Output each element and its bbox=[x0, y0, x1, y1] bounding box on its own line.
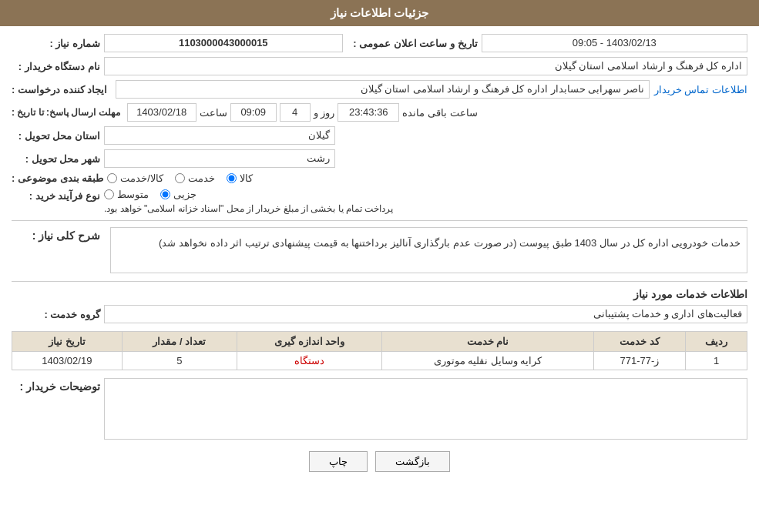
cell-date: 1403/02/19 bbox=[12, 352, 123, 370]
response-days: 4 bbox=[280, 103, 311, 122]
back-button[interactable]: بازگشت bbox=[375, 451, 450, 472]
cell-name: کرایه وسایل نقلیه موتوری bbox=[382, 352, 593, 370]
response-date: 1403/02/18 bbox=[127, 103, 196, 122]
col-header-row: ردیف bbox=[686, 332, 747, 352]
cell-unit: دستگاه bbox=[237, 352, 382, 370]
services-title: اطلاعات خدمات مورد نیاز bbox=[12, 288, 747, 300]
services-table: ردیف کد خدمت نام خدمت واحد اندازه گیری ت… bbox=[12, 331, 747, 370]
button-row: بازگشت چاپ bbox=[12, 451, 747, 483]
buyer-org-label: نام دستگاه خریدار : bbox=[12, 61, 104, 72]
response-remaining: 23:43:36 bbox=[338, 103, 399, 122]
buyer-org-value: اداره کل فرهنگ و ارشاد اسلامی استان گیلا… bbox=[104, 57, 747, 75]
city-label: شهر محل تحویل : bbox=[12, 153, 104, 165]
response-deadline-label: مهلت ارسال پاسخ: تا تاریخ : bbox=[12, 107, 124, 118]
purchase-notice: پرداخت تمام یا بخشی از مبلغ خریدار از مح… bbox=[104, 203, 393, 214]
category-group: کالا/خدمت خدمت کالا bbox=[107, 172, 253, 184]
need-number-label: شماره نیاز : bbox=[12, 38, 104, 49]
buyer-notes-textarea[interactable] bbox=[104, 378, 747, 440]
need-number-value: 1103000043000015 bbox=[104, 34, 343, 52]
category-option-kala[interactable]: کالا bbox=[227, 172, 253, 184]
cell-qty: 5 bbox=[122, 352, 237, 370]
purchase-type-label: نوع فرآیند خرید : bbox=[12, 189, 104, 202]
category-option-kala-khadamat[interactable]: کالا/خدمت bbox=[107, 172, 163, 184]
requester-value: ناصر سهرابی حسابدار اداره کل فرهنگ و ارش… bbox=[116, 80, 650, 99]
page-header: جزئیات اطلاعات نیاز bbox=[0, 0, 759, 26]
province-value: گیلان bbox=[104, 126, 335, 145]
page-title: جزئیات اطلاعات نیاز bbox=[331, 6, 428, 19]
purchase-type-jozii[interactable]: جزیی bbox=[160, 189, 196, 200]
requester-label: ایجاد کننده درخواست : bbox=[12, 84, 111, 95]
general-desc-value: خدمات خودرویی اداره کل در سال 1403 طبق پ… bbox=[110, 227, 747, 273]
response-time: 09:09 bbox=[230, 103, 277, 122]
purchase-type-group: متوسط جزیی bbox=[104, 189, 196, 200]
response-remaining-label: ساعت باقی مانده bbox=[402, 107, 477, 119]
buyer-notes-label: توضیحات خریدار : bbox=[12, 378, 104, 393]
category-option-khadamat[interactable]: خدمت bbox=[175, 172, 215, 184]
print-button[interactable]: چاپ bbox=[309, 451, 368, 472]
response-time-label: ساعت bbox=[200, 107, 227, 119]
announcement-label: تاریخ و ساعت اعلان عمومی : bbox=[351, 38, 482, 49]
col-header-name: نام خدمت bbox=[382, 332, 593, 352]
col-header-code: کد خدمت bbox=[593, 332, 685, 352]
general-desc-label: شرح کلی نیاز : bbox=[12, 227, 104, 242]
response-days-label: روز و bbox=[314, 107, 335, 119]
cell-code: ز-77-771 bbox=[593, 352, 685, 370]
requester-link[interactable]: اطلاعات تماس خریدار bbox=[654, 84, 747, 95]
col-header-date: تاریخ نیاز bbox=[12, 332, 123, 352]
service-group-label: گروه خدمت : bbox=[12, 309, 104, 320]
col-header-unit: واحد اندازه گیری bbox=[237, 332, 382, 352]
category-label: طبقه بندی موضوعی : bbox=[12, 172, 107, 184]
service-group-value: فعالیت‌های اداری و خدمات پشتیبانی bbox=[104, 305, 747, 323]
city-value: رشت bbox=[104, 149, 335, 168]
col-header-qty: تعداد / مقدار bbox=[122, 332, 237, 352]
services-table-container: ردیف کد خدمت نام خدمت واحد اندازه گیری ت… bbox=[12, 331, 747, 370]
announcement-value: 1403/02/13 - 09:05 bbox=[482, 34, 747, 52]
purchase-type-motavasset[interactable]: متوسط bbox=[104, 189, 149, 200]
province-label: استان محل تحویل : bbox=[12, 130, 104, 142]
table-row: 1 ز-77-771 کرایه وسایل نقلیه موتوری دستگ… bbox=[12, 352, 747, 370]
cell-row: 1 bbox=[686, 352, 747, 370]
